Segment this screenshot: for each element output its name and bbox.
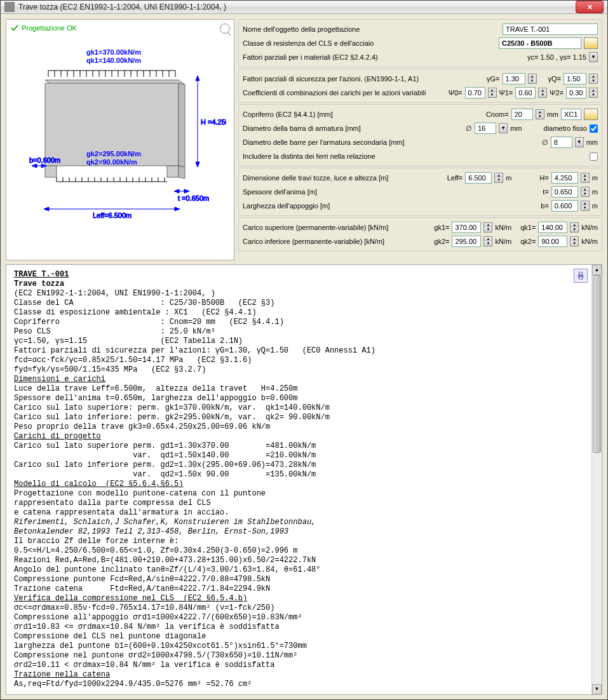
t-input[interactable] [551,186,578,198]
svg-marker-60 [44,207,49,211]
b-spinner[interactable]: ▲▼ [581,201,590,211]
gk2-input[interactable] [452,236,481,247]
thick-label: Spessore dell'anima [m] [243,188,540,196]
psi1-spinner[interactable]: ▲▼ [538,88,547,98]
dia2-label: Diametro delle barre per l'armatura seco… [243,138,539,146]
class-button[interactable] [584,37,598,49]
svg-marker-53 [184,189,189,193]
magnifier-icon[interactable] [220,24,230,34]
report-text: TRAVE T.-001 Trave tozza (EC2 EN1992-1-1… [6,265,591,694]
svg-marker-52 [174,189,179,193]
svg-marker-61 [175,207,180,211]
object-name-input[interactable] [503,24,598,35]
leff-input[interactable] [465,172,492,184]
svg-marker-24 [179,83,185,167]
dia-fixed-check[interactable] [590,125,598,133]
psi1-input[interactable] [515,87,536,98]
psi2-input[interactable] [566,87,586,98]
comb-label: Coefficienti di combinazioni dei carichi… [243,89,446,97]
svg-marker-27 [179,166,185,178]
status-ok: Progettazione OK [10,24,230,32]
svg-rect-68 [579,273,582,275]
dia2-dropdown[interactable]: ▼ [575,137,584,147]
dia-label: Diametro della barra di armatura [mm] [243,125,463,132]
svg-text:gk2=295.00kN/m: gk2=295.00kN/m [86,150,141,158]
dia-fixed-label: diametro fisso [544,125,587,132]
print-button[interactable] [574,269,588,283]
exposure-input[interactable] [561,109,581,120]
svg-text:t =0.650m: t =0.650m [178,194,209,202]
yQ-input[interactable] [564,73,586,84]
scroll-thumb[interactable] [593,275,601,453]
window-title: Trave tozza (EC2 EN1992-1-1:2004, UNI EN… [18,3,576,11]
top-load-label: Carico superiore (permanente-variabile) … [243,224,431,231]
svg-rect-69 [579,277,582,279]
dia-dropdown[interactable]: ▼ [499,123,508,133]
exposure-button[interactable] [584,109,598,120]
close-button[interactable]: ✕ [576,1,604,13]
dia-input[interactable] [475,123,496,134]
t-spinner[interactable]: ▲▼ [581,187,590,197]
object-name-label: Nome dell'oggetto della progettazione [243,25,500,33]
dim-label: Dimensione delle travi tozze, luce e alt… [243,174,445,182]
qk1-spinner[interactable]: ▲▼ [570,222,579,232]
psi0-input[interactable] [465,87,485,98]
svg-text:qk1=140.00kN/m: qk1=140.00kN/m [86,57,141,64]
svg-text:b=0.600m: b=0.600m [29,156,60,164]
report-panel: TRAVE T.-001 Trave tozza (EC2 EN1992-1-1… [6,264,602,695]
qk2-input[interactable] [538,236,567,247]
qk1-input[interactable] [538,222,567,233]
check-icon [10,24,19,32]
printer-icon [576,271,585,280]
H-spinner[interactable]: ▲▼ [581,173,590,183]
safety-label: Fattori parziali di sicurezza per l'azio… [243,75,484,83]
b-input[interactable] [551,200,578,212]
include-label: Includere la distinta dei ferri nella re… [243,152,587,160]
titlebar: Trave tozza (EC2 EN1992-1-1:2004, UNI EN… [1,1,607,14]
svg-rect-26 [167,166,179,177]
yG-spinner[interactable]: ▲▼ [528,74,537,84]
partial-mat-dropdown[interactable]: ▼ [589,52,598,62]
dia2-input[interactable] [551,137,572,148]
support-label: Larghezza dell'appoggio [m] [243,202,538,210]
beam-diagram: H =4.250m t =0.650m b=0.600m Leff=6.500m… [10,39,226,236]
psi2-spinner[interactable]: ▲▼ [589,88,598,98]
partial-mat-label: Fattori parziali per i materiali (EC2 §2… [243,53,525,61]
svg-text:Leff=6.500m: Leff=6.500m [93,212,132,219]
svg-rect-25 [45,166,57,177]
svg-text:gk1=370.00kN/m: gk1=370.00kN/m [86,48,141,56]
psi0-spinner[interactable]: ▲▼ [488,88,497,98]
gk1-spinner[interactable]: ▲▼ [483,222,492,232]
gk1-input[interactable] [452,222,481,233]
gk2-spinner[interactable]: ▲▼ [483,236,492,246]
app-icon [4,2,15,12]
include-check[interactable] [590,152,598,161]
scroll-down[interactable]: ▼ [592,684,602,694]
cnom-input[interactable] [511,109,533,120]
svg-text:qk2=90.00kN/m: qk2=90.00kN/m [86,158,137,166]
svg-marker-56 [32,164,37,168]
status-text: Progettazione OK [22,24,77,32]
class-label: Classe di resistenza del CLS e dell'acci… [243,39,496,47]
svg-marker-48 [196,76,199,81]
svg-text:H =4.250m: H =4.250m [201,118,226,126]
H-input[interactable] [551,172,578,184]
bot-load-label: Carico inferiore (permanente-variabile) … [243,238,431,245]
yG-input[interactable] [503,73,525,84]
yQ-spinner[interactable]: ▲▼ [589,74,598,84]
svg-marker-49 [196,162,199,167]
report-scrollbar[interactable]: ▲ ▼ [591,265,602,694]
diagram-panel: Progettazione OK [6,19,234,260]
partial-mat-value: γc= 1.50 , γs= 1.15 [527,53,586,61]
form-panel: Nome dell'oggetto della progettazione Cl… [238,19,602,260]
scroll-up[interactable]: ▲ [592,265,602,275]
class-input[interactable] [499,37,581,49]
leff-spinner[interactable]: ▲▼ [494,173,503,183]
qk2-spinner[interactable]: ▲▼ [570,236,579,246]
cover-label: Copriferro (EC2 §4.4.1) [mm] [243,111,483,118]
cnom-spinner[interactable]: ▲▼ [536,109,544,119]
